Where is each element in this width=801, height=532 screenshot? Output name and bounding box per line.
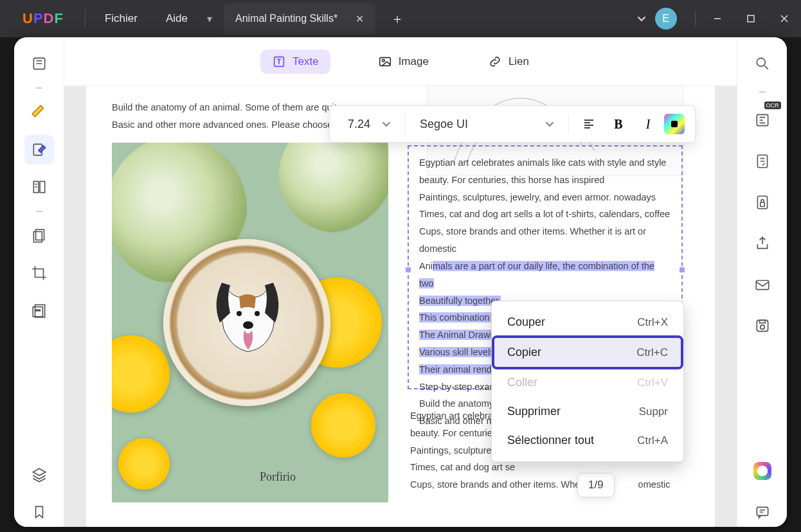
svg-rect-16 — [760, 202, 764, 207]
svg-rect-4 — [40, 181, 45, 192]
context-cut[interactable]: CouperCtrl+X — [492, 308, 683, 337]
protect-icon[interactable] — [748, 188, 777, 217]
ocr-badge: OCR — [764, 102, 781, 109]
edit-tool-icon[interactable] — [24, 135, 54, 164]
svg-rect-0 — [748, 15, 754, 22]
ocr-icon[interactable]: OCR — [748, 105, 777, 135]
pages-icon[interactable] — [24, 221, 54, 251]
workspace: Texte Image Lien OCR 7.24 Segoe UI — [14, 37, 787, 527]
mail-icon[interactable] — [748, 270, 777, 299]
align-icon[interactable] — [575, 111, 602, 137]
font-family-select[interactable]: Segoe UI — [412, 118, 562, 131]
context-select-all[interactable]: Sélectionner toutCtrl+A — [492, 426, 683, 455]
font-family-value: Segoe UI — [420, 118, 468, 131]
highlight-tool-icon[interactable] — [24, 98, 54, 127]
svg-point-19 — [760, 325, 764, 330]
context-paste: CollerCtrl+V — [492, 368, 683, 397]
font-size-value: 7.24 — [348, 118, 370, 131]
signature-text: Porfirio — [260, 470, 296, 484]
svg-point-11 — [382, 59, 384, 62]
save-icon[interactable] — [748, 311, 777, 341]
tab-add-button[interactable]: ＋ — [387, 8, 408, 29]
context-copy[interactable]: CopierCtrl+C — [494, 338, 681, 367]
edit-image-label: Image — [399, 55, 429, 68]
context-delete[interactable]: SupprimerSuppr — [492, 397, 683, 426]
tab-close-icon[interactable]: ✕ — [356, 13, 364, 25]
comment-panel-icon[interactable] — [748, 497, 777, 527]
reader-mode-icon[interactable] — [24, 49, 54, 78]
separator — [405, 114, 406, 134]
bookmark-icon[interactable] — [24, 497, 54, 527]
svg-rect-17 — [756, 281, 769, 290]
separator — [85, 10, 86, 28]
embroidery-image: Porfirio — [112, 143, 388, 502]
separator — [36, 211, 42, 212]
resize-handle-left[interactable] — [406, 267, 411, 272]
tab-dropdown[interactable]: ▾ — [202, 13, 217, 25]
separator — [695, 10, 696, 27]
ai-assistant-icon[interactable] — [748, 456, 777, 486]
tab-title: Animal Painting Skills* — [235, 13, 338, 24]
svg-point-22 — [237, 311, 242, 316]
minimize-button[interactable] — [701, 0, 734, 37]
svg-point-24 — [243, 321, 253, 329]
edit-link-label: Lien — [509, 55, 529, 68]
svg-rect-20 — [759, 320, 765, 323]
menu-file[interactable]: Fichier — [91, 12, 152, 25]
left-toolbar — [14, 37, 64, 527]
maximize-button[interactable] — [734, 0, 768, 37]
font-size-select[interactable]: 7.24 — [340, 118, 399, 131]
svg-rect-8 — [33, 307, 42, 317]
document-tab[interactable]: Animal Painting Skills* ✕ — [224, 3, 375, 34]
edit-mode-toolbar: Texte Image Lien — [64, 37, 737, 86]
close-button[interactable] — [768, 0, 801, 37]
text-format-bar[interactable]: 7.24 Segoe UI B I — [329, 105, 696, 143]
font-color-button[interactable] — [664, 114, 685, 134]
app-logo: UPDF — [22, 10, 64, 27]
context-menu: CouperCtrl+X CopierCtrl+C CollerCtrl+V S… — [491, 301, 684, 462]
menu-help[interactable]: Aide — [152, 12, 202, 25]
share-icon[interactable] — [748, 229, 777, 258]
separator — [759, 91, 766, 93]
resize-handle-right[interactable] — [680, 267, 685, 272]
right-toolbar: OCR — [737, 37, 787, 527]
edit-link-button[interactable]: Lien — [476, 49, 541, 74]
separator — [36, 87, 42, 89]
svg-rect-21 — [757, 507, 768, 515]
redact-icon[interactable] — [24, 296, 54, 325]
search-icon[interactable] — [748, 49, 777, 78]
user-avatar[interactable]: E — [655, 8, 677, 30]
svg-point-12 — [757, 58, 765, 66]
bold-button[interactable]: B — [605, 111, 632, 137]
edit-text-label: Texte — [292, 55, 319, 68]
italic-button[interactable]: I — [634, 111, 662, 137]
form-icon[interactable] — [748, 146, 777, 176]
crop-icon[interactable] — [24, 258, 54, 288]
chevron-down-icon[interactable] — [637, 14, 646, 23]
separator — [568, 114, 569, 134]
page-indicator[interactable]: 1/9 — [577, 473, 615, 497]
svg-rect-10 — [379, 57, 390, 66]
svg-point-23 — [255, 311, 260, 316]
page-organize-icon[interactable] — [24, 172, 54, 202]
title-bar: UPDF Fichier Aide ▾ Animal Painting Skil… — [0, 0, 801, 37]
edit-text-button[interactable]: Texte — [260, 49, 330, 74]
layers-icon[interactable] — [24, 460, 54, 490]
edit-image-button[interactable]: Image — [366, 49, 440, 74]
